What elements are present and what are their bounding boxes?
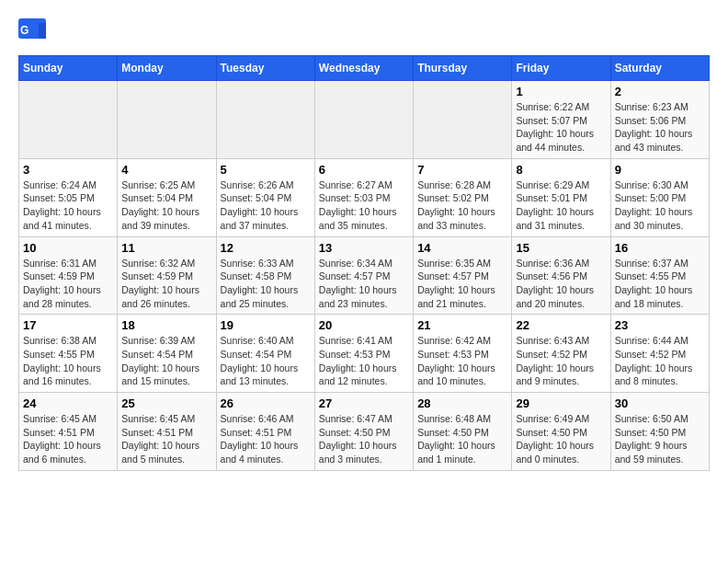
day-number: 15: [516, 241, 606, 255]
day-info: Sunrise: 6:39 AMSunset: 4:54 PMDaylight:…: [121, 334, 211, 388]
calendar-cell: 13Sunrise: 6:34 AMSunset: 4:57 PMDayligh…: [314, 236, 413, 315]
day-number: 6: [319, 163, 409, 177]
day-number: 29: [516, 396, 606, 410]
day-number: 11: [121, 241, 211, 255]
day-number: 7: [417, 163, 507, 177]
day-number: 30: [615, 396, 705, 410]
week-row-1: 3Sunrise: 6:24 AMSunset: 5:05 PMDaylight…: [19, 158, 710, 236]
day-info: Sunrise: 6:44 AMSunset: 4:52 PMDaylight:…: [615, 334, 705, 388]
header-day-thursday: Thursday: [414, 56, 512, 81]
day-number: 10: [23, 241, 113, 255]
week-row-0: 1Sunrise: 6:22 AMSunset: 5:07 PMDaylight…: [19, 81, 710, 159]
calendar-cell: [414, 81, 512, 159]
day-number: 26: [221, 396, 311, 410]
calendar-cell: 23Sunrise: 6:44 AMSunset: 4:52 PMDayligh…: [610, 315, 709, 393]
logo: G: [18, 18, 50, 46]
day-number: 17: [23, 318, 113, 332]
calendar-cell: 6Sunrise: 6:27 AMSunset: 5:03 PMDaylight…: [314, 158, 413, 236]
day-info: Sunrise: 6:30 AMSunset: 5:00 PMDaylight:…: [615, 178, 705, 233]
day-info: Sunrise: 6:27 AMSunset: 5:03 PMDaylight:…: [319, 178, 409, 233]
day-info: Sunrise: 6:26 AMSunset: 5:04 PMDaylight:…: [221, 178, 311, 233]
header-day-friday: Friday: [512, 56, 610, 81]
calendar-cell: 16Sunrise: 6:37 AMSunset: 4:55 PMDayligh…: [610, 236, 709, 315]
day-info: Sunrise: 6:29 AMSunset: 5:01 PMDaylight:…: [516, 178, 606, 233]
day-number: 22: [516, 318, 606, 332]
calendar-cell: 21Sunrise: 6:42 AMSunset: 4:53 PMDayligh…: [414, 315, 512, 393]
calendar-table: SundayMondayTuesdayWednesdayThursdayFrid…: [18, 55, 710, 471]
calendar-cell: 19Sunrise: 6:40 AMSunset: 4:54 PMDayligh…: [216, 315, 314, 393]
calendar-cell: 9Sunrise: 6:30 AMSunset: 5:00 PMDaylight…: [610, 158, 709, 236]
calendar-cell: 11Sunrise: 6:32 AMSunset: 4:59 PMDayligh…: [118, 236, 216, 315]
day-info: Sunrise: 6:33 AMSunset: 4:58 PMDaylight:…: [221, 257, 311, 311]
calendar-cell: 1Sunrise: 6:22 AMSunset: 5:07 PMDaylight…: [512, 81, 610, 159]
day-number: 12: [221, 241, 311, 255]
day-info: Sunrise: 6:46 AMSunset: 4:51 PMDaylight:…: [221, 412, 311, 466]
day-info: Sunrise: 6:37 AMSunset: 4:55 PMDaylight:…: [615, 257, 705, 311]
calendar-cell: [118, 81, 216, 159]
day-info: Sunrise: 6:25 AMSunset: 5:04 PMDaylight:…: [121, 178, 211, 233]
week-row-3: 17Sunrise: 6:38 AMSunset: 4:55 PMDayligh…: [19, 315, 710, 393]
calendar-cell: [314, 81, 413, 159]
day-info: Sunrise: 6:50 AMSunset: 4:50 PMDaylight:…: [615, 412, 705, 466]
day-number: 13: [319, 241, 409, 255]
calendar-cell: 3Sunrise: 6:24 AMSunset: 5:05 PMDaylight…: [19, 158, 118, 236]
header-day-saturday: Saturday: [610, 56, 709, 81]
header-day-tuesday: Tuesday: [216, 56, 314, 81]
svg-marker-1: [39, 23, 46, 39]
calendar-header-row: SundayMondayTuesdayWednesdayThursdayFrid…: [19, 56, 710, 81]
day-number: 20: [319, 318, 409, 332]
calendar-cell: 5Sunrise: 6:26 AMSunset: 5:04 PMDaylight…: [216, 158, 314, 236]
day-info: Sunrise: 6:47 AMSunset: 4:50 PMDaylight:…: [319, 412, 409, 466]
header-day-wednesday: Wednesday: [314, 56, 413, 81]
day-number: 2: [615, 85, 705, 98]
header-day-monday: Monday: [118, 56, 216, 81]
calendar-cell: 8Sunrise: 6:29 AMSunset: 5:01 PMDaylight…: [512, 158, 610, 236]
calendar-cell: 25Sunrise: 6:45 AMSunset: 4:51 PMDayligh…: [118, 393, 216, 471]
day-info: Sunrise: 6:43 AMSunset: 4:52 PMDaylight:…: [516, 334, 606, 388]
week-row-4: 24Sunrise: 6:45 AMSunset: 4:51 PMDayligh…: [19, 393, 710, 471]
day-number: 14: [417, 241, 507, 255]
day-info: Sunrise: 6:40 AMSunset: 4:54 PMDaylight:…: [221, 334, 311, 388]
day-number: 25: [121, 396, 211, 410]
day-number: 3: [23, 163, 113, 177]
day-number: 24: [23, 396, 113, 410]
calendar-cell: 28Sunrise: 6:48 AMSunset: 4:50 PMDayligh…: [414, 393, 512, 471]
day-info: Sunrise: 6:41 AMSunset: 4:53 PMDaylight:…: [319, 334, 409, 388]
header: G: [18, 18, 710, 46]
calendar-cell: 27Sunrise: 6:47 AMSunset: 4:50 PMDayligh…: [314, 393, 413, 471]
calendar-cell: 14Sunrise: 6:35 AMSunset: 4:57 PMDayligh…: [414, 236, 512, 315]
day-number: 1: [516, 85, 606, 98]
day-info: Sunrise: 6:34 AMSunset: 4:57 PMDaylight:…: [319, 257, 409, 311]
day-number: 28: [417, 396, 507, 410]
day-number: 8: [516, 163, 606, 177]
day-info: Sunrise: 6:24 AMSunset: 5:05 PMDaylight:…: [23, 178, 113, 233]
calendar-cell: 7Sunrise: 6:28 AMSunset: 5:02 PMDaylight…: [414, 158, 512, 236]
day-info: Sunrise: 6:23 AMSunset: 5:06 PMDaylight:…: [615, 100, 705, 155]
calendar-cell: 2Sunrise: 6:23 AMSunset: 5:06 PMDaylight…: [610, 81, 709, 159]
calendar-cell: 26Sunrise: 6:46 AMSunset: 4:51 PMDayligh…: [216, 393, 314, 471]
calendar-cell: 30Sunrise: 6:50 AMSunset: 4:50 PMDayligh…: [610, 393, 709, 471]
day-info: Sunrise: 6:32 AMSunset: 4:59 PMDaylight:…: [121, 257, 211, 311]
day-number: 27: [319, 396, 409, 410]
day-number: 9: [615, 163, 705, 177]
day-info: Sunrise: 6:31 AMSunset: 4:59 PMDaylight:…: [23, 257, 113, 311]
day-info: Sunrise: 6:35 AMSunset: 4:57 PMDaylight:…: [417, 257, 507, 311]
day-number: 19: [221, 318, 311, 332]
day-info: Sunrise: 6:45 AMSunset: 4:51 PMDaylight:…: [121, 412, 211, 466]
day-info: Sunrise: 6:45 AMSunset: 4:51 PMDaylight:…: [23, 412, 113, 466]
header-day-sunday: Sunday: [19, 56, 118, 81]
calendar-cell: 4Sunrise: 6:25 AMSunset: 5:04 PMDaylight…: [118, 158, 216, 236]
day-number: 21: [417, 318, 507, 332]
day-info: Sunrise: 6:42 AMSunset: 4:53 PMDaylight:…: [417, 334, 507, 388]
day-number: 16: [615, 241, 705, 255]
calendar-cell: 12Sunrise: 6:33 AMSunset: 4:58 PMDayligh…: [216, 236, 314, 315]
day-number: 5: [221, 163, 311, 177]
calendar-cell: [19, 81, 118, 159]
calendar-cell: 10Sunrise: 6:31 AMSunset: 4:59 PMDayligh…: [19, 236, 118, 315]
calendar-cell: 24Sunrise: 6:45 AMSunset: 4:51 PMDayligh…: [19, 393, 118, 471]
day-info: Sunrise: 6:38 AMSunset: 4:55 PMDaylight:…: [23, 334, 113, 388]
day-info: Sunrise: 6:36 AMSunset: 4:56 PMDaylight:…: [516, 257, 606, 311]
calendar-cell: 18Sunrise: 6:39 AMSunset: 4:54 PMDayligh…: [118, 315, 216, 393]
day-info: Sunrise: 6:49 AMSunset: 4:50 PMDaylight:…: [516, 412, 606, 466]
svg-text:G: G: [20, 24, 28, 37]
